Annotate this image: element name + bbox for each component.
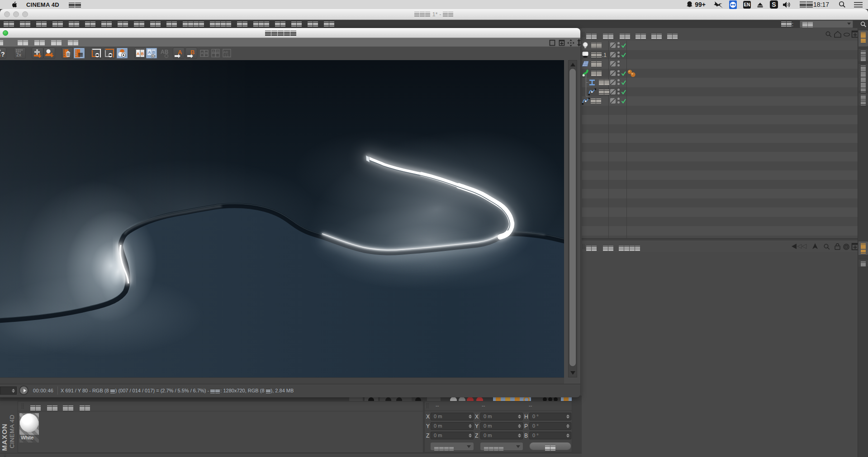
svg-text:1:1: 1:1 [224, 54, 229, 57]
svg-text:AB: AB [161, 49, 169, 55]
svg-text:A: A [201, 51, 204, 55]
svg-text:B: B [141, 52, 144, 56]
svg-text:?: ? [1, 51, 5, 58]
svg-text:A: A [148, 50, 151, 55]
svg-text:B: B [217, 50, 219, 53]
svg-text:B: B [205, 51, 208, 55]
svg-text:B: B [152, 50, 156, 55]
svg-text:A: A [137, 52, 140, 56]
svg-text:2x: 2x [16, 52, 22, 57]
svg-text:A: A [213, 50, 215, 53]
